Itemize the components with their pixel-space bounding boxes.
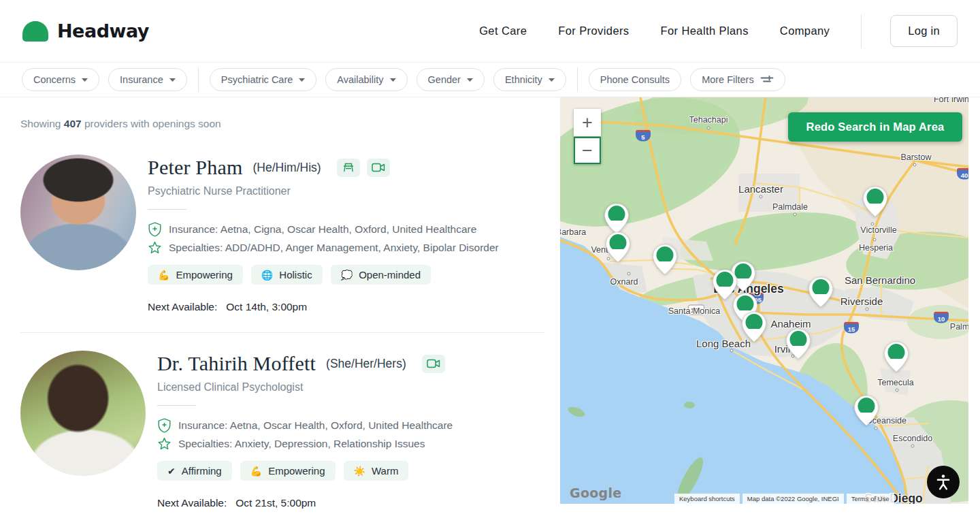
tag-warm: ☀️Warm xyxy=(344,461,409,481)
city-label: Riverside xyxy=(840,295,883,307)
filter-more-filters[interactable]: More Filters xyxy=(690,68,785,91)
specialties-row: Specialties: Anxiety, Depression, Relati… xyxy=(157,437,453,451)
terms-of-use-link[interactable]: Terms of Use xyxy=(847,494,894,504)
provider-map-pin[interactable] xyxy=(785,328,811,359)
chevron-down-icon xyxy=(299,78,305,82)
filter-availability[interactable]: Availability xyxy=(325,68,407,91)
next-available-value: Oct 14th, 3:00pm xyxy=(226,301,307,312)
provider-title: Psychiatric Nurse Practitioner xyxy=(148,185,499,197)
video-session-badge[interactable] xyxy=(422,355,445,373)
city-label: Victorville xyxy=(860,225,896,235)
city-label: Escondido xyxy=(893,434,932,443)
star-icon xyxy=(157,437,172,451)
chevron-down-icon xyxy=(549,78,555,82)
provider-name[interactable]: Peter Pham xyxy=(148,156,242,179)
provider-map-pin[interactable] xyxy=(883,341,909,372)
city-label: San Bernardino xyxy=(845,274,915,286)
star-icon xyxy=(148,241,162,255)
chevron-down-icon xyxy=(169,78,176,82)
city-label: Santa Monica xyxy=(668,306,720,316)
filter-concerns[interactable]: Concerns xyxy=(22,68,99,91)
provider-map-pin[interactable] xyxy=(853,395,879,426)
filter-insurance[interactable]: Insurance xyxy=(108,68,187,91)
sliders-icon xyxy=(760,75,774,84)
provider-photo[interactable] xyxy=(20,155,136,270)
video-camera-icon xyxy=(372,163,385,172)
provider-map-pin[interactable] xyxy=(862,186,888,217)
filter-group-divider xyxy=(577,67,578,92)
keyboard-shortcuts-link[interactable]: Keyboard shortcuts xyxy=(674,494,740,504)
video-session-badge[interactable] xyxy=(367,159,390,177)
provider-pronouns: (He/Him/His) xyxy=(252,161,321,175)
results-summary: Showing 407 providers with openings soon xyxy=(20,118,560,130)
tag-holistic: 🌐Holistic xyxy=(251,265,323,285)
provider-name-row: Dr. Tahirih Moffett (She/Her/Hers) xyxy=(157,352,453,375)
provider-info: Peter Pham (He/Him/His) xyxy=(148,155,499,313)
redo-search-button[interactable]: Redo Search in Map Area xyxy=(788,112,962,142)
thought-balloon-emoji-icon: 💭 xyxy=(341,270,353,280)
insurance-list: Aetna, Cigna, Oscar Health, Oxford, Unit… xyxy=(220,223,477,235)
specialties-row: Specialties: ADD/ADHD, Anger Management,… xyxy=(148,241,499,255)
headway-wordmark: Headway xyxy=(57,20,149,42)
provider-map-pin[interactable] xyxy=(741,311,767,342)
nav-company[interactable]: Company xyxy=(780,25,830,37)
city-label: Tehachapi xyxy=(689,115,728,125)
road-shield: 15 xyxy=(844,322,859,334)
insurance-row: Insurance: Aetna, Oscar Health, Oxford, … xyxy=(157,418,453,433)
tag-empowering: 💪Empowering xyxy=(240,461,336,481)
map-panel[interactable]: 5401016051510Fort IrwinTehachapiBarstowL… xyxy=(560,97,968,504)
filter-psychiatric-care[interactable]: Psychiatric Care xyxy=(210,68,317,91)
specialties-list: ADD/ADHD, Anger Management, Anxiety, Bip… xyxy=(225,242,499,253)
nav-get-care[interactable]: Get Care xyxy=(479,25,527,37)
in-person-session-badge[interactable] xyxy=(337,159,360,177)
title-divider xyxy=(148,209,186,210)
chevron-down-icon xyxy=(467,78,473,82)
login-button[interactable]: Log in xyxy=(890,15,958,47)
filter-ethnicity[interactable]: Ethnicity xyxy=(493,68,566,91)
check-emoji-icon: ✔ xyxy=(167,466,176,477)
provider-map-pin[interactable] xyxy=(604,203,630,234)
provider-map-pin[interactable] xyxy=(652,244,678,275)
map-data-credit: Map data ©2022 Google, INEGI xyxy=(742,494,844,504)
title-divider xyxy=(157,405,196,406)
city-dot xyxy=(913,163,917,167)
provider-map-pin[interactable] xyxy=(605,231,631,263)
insurance-list: Aetna, Oscar Health, Oxford, United Heal… xyxy=(230,419,453,431)
muscle-emoji-icon: 💪 xyxy=(158,270,169,280)
insurance-row: Insurance: Aetna, Cigna, Oscar Health, O… xyxy=(148,222,499,237)
city-dot xyxy=(730,349,734,353)
session-badges xyxy=(337,159,390,177)
headway-logo[interactable]: Headway xyxy=(22,20,149,42)
zoom-out-button[interactable]: − xyxy=(574,137,601,164)
city-label: Barstow xyxy=(900,153,931,162)
city-label: Temecula xyxy=(877,378,914,387)
provider-info: Dr. Tahirih Moffett (She/Her/Hers) Licen… xyxy=(157,351,453,509)
provider-name[interactable]: Dr. Tahirih Moffett xyxy=(157,352,316,375)
city-dot xyxy=(896,389,899,392)
next-available-row: Next Available:Oct 14th, 3:00pm xyxy=(148,301,499,313)
main-content: Showing 407 providers with openings soon… xyxy=(0,97,980,509)
city-dot xyxy=(873,238,877,242)
provider-map-pin[interactable] xyxy=(808,276,834,308)
provider-card[interactable]: Dr. Tahirih Moffett (She/Her/Hers) Licen… xyxy=(20,351,560,509)
headway-search-page: Headway Get Care For Providers For Healt… xyxy=(0,0,980,529)
shield-plus-icon xyxy=(148,222,162,237)
filter-phone-consults[interactable]: Phone Consults xyxy=(589,68,681,91)
provider-pronouns: (She/Her/Hers) xyxy=(326,357,406,371)
accessibility-button[interactable] xyxy=(927,466,960,498)
city-label: Santa Barbara xyxy=(560,227,586,237)
nav-for-providers[interactable]: For Providers xyxy=(558,25,629,37)
globe-emoji-icon: 🌐 xyxy=(261,270,273,280)
nav-for-health-plans[interactable]: For Health Plans xyxy=(661,25,749,37)
chair-icon xyxy=(342,162,355,173)
provider-card[interactable]: Peter Pham (He/Him/His) xyxy=(20,155,560,313)
shield-plus-icon xyxy=(157,418,172,433)
filter-gender[interactable]: Gender xyxy=(416,68,485,91)
zoom-in-button[interactable]: + xyxy=(574,109,601,136)
session-badges xyxy=(422,355,445,373)
provider-photo[interactable] xyxy=(20,351,146,476)
city-label: Hesperia xyxy=(859,243,893,253)
filter-bar: Concerns Insurance Psychiatric Care Avai… xyxy=(0,63,980,97)
nav-divider xyxy=(861,14,862,48)
city-label: Fort Irwin xyxy=(934,97,968,104)
